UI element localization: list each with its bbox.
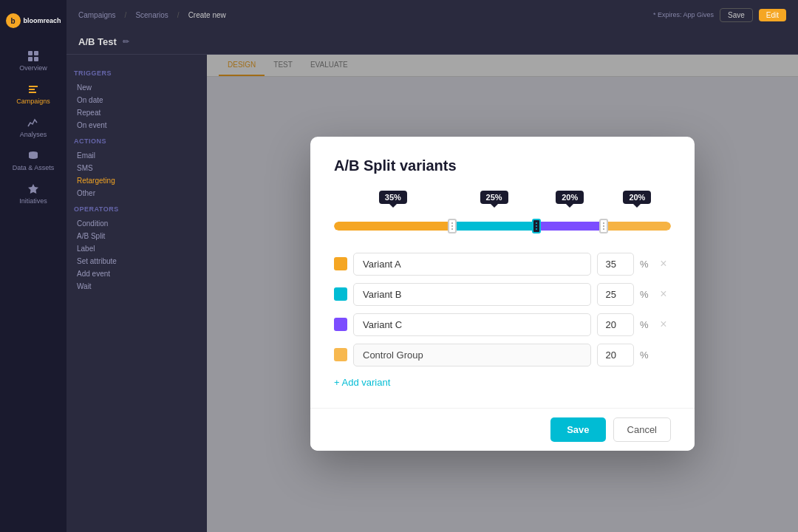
bar-handle-1[interactable]	[448, 219, 457, 233]
handle-dots-3	[603, 222, 604, 230]
variant-pct-input-c[interactable]	[597, 313, 634, 336]
sidebar-item-campaigns[interactable]: Campaigns	[0, 78, 66, 111]
op-ab-split[interactable]: A/B Split	[74, 230, 200, 242]
top-bar-actions: * Expires: App Gives Save Edit	[653, 8, 786, 22]
action-retargeting[interactable]: Retargeting	[74, 174, 200, 187]
variant-pct-input-b[interactable]	[597, 283, 634, 306]
trigger-on-date[interactable]: On date	[74, 94, 200, 106]
bar-segment-a	[334, 222, 452, 231]
svg-rect-2	[28, 57, 33, 61]
variant-pct-input-control[interactable]	[597, 344, 634, 366]
bar-label-c-bubble: 20%	[556, 191, 584, 204]
sidebar-item-overview[interactable]: Overview	[0, 44, 66, 78]
distribution-bar	[334, 222, 671, 236]
bar-labels-row: 35% 25% 20% 20%	[334, 191, 671, 217]
sidebar-label-initiatives: Initiatives	[19, 197, 47, 205]
save-button-top[interactable]: Save	[720, 8, 753, 22]
top-bar: Campaigns / Scenarios / Create new * Exp…	[66, 0, 798, 30]
variant-pct-label-b: %	[640, 289, 650, 300]
breadcrumb-scenarios: Scenarios	[135, 11, 168, 19]
action-other[interactable]: Other	[74, 187, 200, 200]
data-icon	[27, 150, 39, 162]
action-sms[interactable]: SMS	[74, 162, 200, 174]
edit-button-top[interactable]: Edit	[759, 9, 786, 21]
sidebar-item-data[interactable]: Data & Assets	[0, 144, 66, 177]
variant-pct-label-a: %	[640, 259, 650, 270]
left-panel: TRIGGERS New On date Repeat On event ACT…	[66, 55, 207, 532]
breadcrumb-create: Create new	[188, 11, 226, 19]
trigger-on-event[interactable]: On event	[74, 119, 200, 132]
ab-split-modal: A/B Split variants 35% 25%	[310, 137, 695, 451]
modal-save-button[interactable]: Save	[550, 417, 605, 442]
expires-label: * Expires: App Gives	[653, 11, 714, 18]
variant-name-input-a[interactable]	[353, 253, 591, 276]
variant-delete-b[interactable]: ×	[656, 288, 671, 300]
variant-delete-a[interactable]: ×	[656, 258, 671, 270]
logo-icon: b	[6, 13, 21, 28]
distribution-bar-container: 35% 25% 20% 20%	[334, 191, 671, 236]
bar-label-d: 20%	[623, 191, 651, 204]
actions-title: ACTIONS	[74, 137, 200, 145]
bar-handle-2[interactable]	[532, 219, 541, 233]
op-wait[interactable]: Wait	[74, 280, 200, 293]
handle-dots-2	[536, 222, 537, 230]
svg-rect-1	[34, 51, 38, 55]
op-condition[interactable]: Condition	[74, 217, 200, 230]
bar-segment-b	[452, 222, 536, 231]
variant-delete-c[interactable]: ×	[656, 318, 671, 330]
bar-segment-c	[536, 222, 604, 231]
variant-name-input-control[interactable]	[353, 344, 591, 366]
sidebar-label-campaigns: Campaigns	[16, 98, 50, 105]
svg-rect-3	[34, 57, 38, 61]
add-variant-link[interactable]: + Add variant	[334, 377, 390, 388]
workspace: DESIGN TEST EVALUATE A/B Split variants	[207, 55, 798, 532]
trigger-repeat[interactable]: Repeat	[74, 106, 200, 119]
variant-color-c	[334, 318, 347, 331]
handle-dots-1	[451, 222, 453, 230]
variant-name-input-b[interactable]	[353, 283, 591, 306]
variant-pct-label-c: %	[640, 319, 650, 330]
logo-text: bloomreach	[24, 17, 61, 25]
initiatives-icon	[27, 183, 39, 195]
sidebar-label-analyses: Analyses	[20, 131, 47, 138]
variant-row-control: % ×	[334, 344, 671, 366]
svg-rect-0	[28, 51, 33, 55]
op-set-attribute[interactable]: Set attribute	[74, 255, 200, 267]
analyses-icon	[27, 117, 39, 129]
modal-cancel-button[interactable]: Cancel	[613, 417, 671, 442]
breadcrumb-campaigns: Campaigns	[78, 11, 116, 19]
bar-label-b: 25%	[480, 191, 508, 204]
bar-handle-3[interactable]	[599, 219, 608, 233]
variant-name-input-c[interactable]	[353, 313, 591, 336]
bar-label-a-bubble: 35%	[379, 191, 407, 204]
grid-icon	[27, 50, 39, 62]
sidebar: b bloomreach Overview Campaigns Analyses…	[0, 0, 66, 532]
sidebar-label-data: Data & Assets	[13, 164, 55, 171]
sidebar-item-analyses[interactable]: Analyses	[0, 111, 66, 144]
trigger-new[interactable]: New	[74, 81, 200, 94]
logo: b bloomreach	[0, 9, 67, 33]
bar-label-d-bubble: 20%	[623, 191, 651, 204]
variant-color-a	[334, 257, 347, 270]
variant-pct-label-control: %	[640, 349, 650, 361]
bar-label-b-bubble: 25%	[480, 191, 508, 204]
variant-row-c: % ×	[334, 313, 671, 336]
bar-label-c: 20%	[556, 191, 584, 204]
variant-row-a: % ×	[334, 253, 671, 276]
modal-title: A/B Split variants	[334, 157, 671, 174]
modal-footer: Save Cancel	[310, 408, 695, 451]
edit-icon[interactable]: ✏	[123, 37, 129, 47]
campaign-title: A/B Test	[78, 36, 117, 47]
op-label[interactable]: Label	[74, 242, 200, 255]
action-email[interactable]: Email	[74, 149, 200, 162]
variant-pct-input-a[interactable]	[597, 253, 634, 276]
campaign-header: A/B Test ✏	[66, 30, 798, 55]
sidebar-item-initiatives[interactable]: Initiatives	[0, 177, 66, 211]
op-add-event[interactable]: Add event	[74, 267, 200, 280]
bar-segment-d	[604, 222, 671, 231]
bar-label-a: 35%	[379, 191, 407, 204]
modal-overlay: A/B Split variants 35% 25%	[207, 55, 798, 532]
app-background: b bloomreach Overview Campaigns Analyses…	[0, 0, 798, 532]
variant-color-control	[334, 348, 347, 361]
campaigns-icon	[27, 83, 39, 95]
